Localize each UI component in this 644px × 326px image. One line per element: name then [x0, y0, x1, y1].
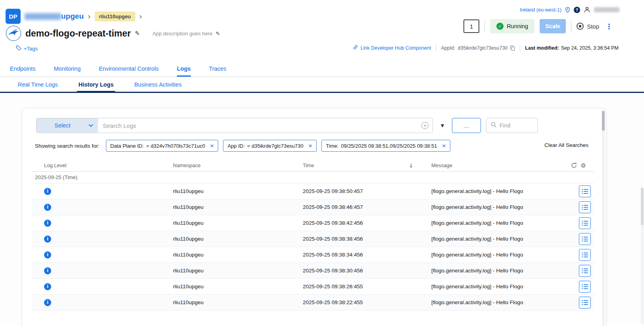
tab-traces[interactable]: Traces: [209, 60, 227, 77]
user-icon[interactable]: [584, 6, 590, 13]
log-table: Log Level Namespace Time ↓ Message ⚙ 202…: [32, 160, 594, 311]
tab-environmental-controls[interactable]: Environmental Controls: [99, 60, 159, 77]
add-tags-label: +Tags: [24, 46, 38, 52]
replica-count[interactable]: 1: [463, 19, 479, 33]
table-row[interactable]: i rliu110upgeu 2025-09-25 09:38:38:456 […: [32, 231, 594, 247]
filter-chip-data-plane-id: Data Plane ID: = d324v7h070ls73c71uc0 ✕: [106, 140, 219, 152]
table-row[interactable]: i rliu110upgeu 2025-09-25 09:38:50:457 […: [32, 183, 594, 199]
row-actions-cell: [560, 297, 594, 309]
log-level-cell: i: [32, 299, 161, 306]
remove-filter-icon[interactable]: ✕: [308, 143, 312, 149]
page-scrollbar[interactable]: [641, 187, 644, 324]
stop-button[interactable]: Stop: [577, 23, 599, 30]
table-row[interactable]: i rliu110upgeu 2025-09-25 09:38:22:455 […: [32, 295, 594, 311]
info-icon: i: [44, 299, 51, 306]
subtab-real-time-logs[interactable]: Real Time Logs: [18, 77, 58, 92]
link-dev-hub-label: Link Developer Hub Component: [361, 45, 431, 51]
search-field-select[interactable]: Select: [37, 118, 98, 133]
subtab-business-activities[interactable]: Business Activities: [134, 77, 181, 92]
table-header-actions: ⚙: [560, 162, 594, 169]
more-actions-menu[interactable]: ⋮: [604, 22, 614, 31]
info-icon: i: [44, 235, 51, 243]
page-title: demo-flogo-repeat-timer: [25, 28, 131, 39]
group-row-label: 2025-09-25 (Time): [32, 172, 594, 183]
row-actions-cell: [560, 233, 594, 245]
breadcrumb-dataplane-label[interactable]: upgeu: [61, 12, 84, 21]
log-level-cell: i: [32, 267, 161, 274]
time-cell: 2025-09-25 09:38:34:456: [290, 252, 419, 258]
help-icon[interactable]: ?: [574, 7, 580, 13]
link-icon: [353, 44, 358, 51]
namespace-cell: rliu110upgeu: [161, 220, 290, 226]
edit-description-icon[interactable]: ✎: [215, 31, 220, 37]
find-input[interactable]: [500, 122, 531, 129]
card-scrollbar[interactable]: [602, 110, 605, 326]
link-dev-hub[interactable]: Link Developer Hub Component: [353, 44, 431, 51]
table-header: Log Level Namespace Time ↓ Message ⚙: [32, 160, 594, 172]
add-tags-button[interactable]: +Tags: [16, 45, 38, 52]
row-details-button[interactable]: [579, 233, 591, 245]
tab-logs[interactable]: Logs: [177, 60, 191, 77]
table-row[interactable]: i rliu110upgeu 2025-09-25 09:38:46:457 […: [32, 199, 594, 215]
more-search-options-button[interactable]: ...: [452, 118, 481, 133]
refresh-icon[interactable]: [571, 162, 577, 168]
chip-field: Time:: [326, 143, 338, 149]
log-level-cell: i: [32, 235, 161, 243]
log-level-cell: i: [32, 283, 161, 290]
divider: [484, 20, 485, 32]
remove-filter-icon[interactable]: ✕: [442, 143, 446, 149]
remove-filter-icon[interactable]: ✕: [210, 143, 214, 149]
search-logs-input[interactable]: [98, 118, 421, 133]
message-cell: [flogo.general.activity.log] - Hello Flo…: [419, 252, 560, 258]
search-dropdown-caret[interactable]: ▼: [438, 123, 447, 128]
breadcrumb-dataplane[interactable]: upgeu: [25, 12, 84, 21]
row-details-button[interactable]: [579, 217, 591, 229]
column-namespace[interactable]: Namespace: [161, 162, 290, 168]
divider: [520, 45, 520, 51]
check-circle-icon: ✓: [496, 23, 504, 30]
column-log-level[interactable]: Log Level: [32, 162, 161, 168]
find-box: [486, 118, 538, 133]
chip-value: 09/25/2025 08:38:51,09/25/2025 09:38:51: [341, 143, 437, 149]
gear-icon[interactable]: ⚙: [581, 162, 586, 169]
card-scrollbar-thumb[interactable]: [602, 111, 605, 131]
message-cell: [flogo.general.activity.log] - Hello Flo…: [419, 299, 560, 305]
column-message[interactable]: Message: [419, 162, 560, 168]
table-row[interactable]: i rliu110upgeu 2025-09-25 09:38:30:456 […: [32, 263, 594, 279]
flogo-bird-icon: [6, 25, 21, 41]
tab-endpoints[interactable]: Endpoints: [10, 60, 36, 77]
table-row[interactable]: i rliu110upgeu 2025-09-25 09:38:26:455 […: [32, 279, 594, 295]
row-details-button[interactable]: [579, 201, 591, 213]
namespace-cell: rliu110upgeu: [161, 204, 290, 210]
row-details-button[interactable]: [579, 249, 591, 261]
row-details-button[interactable]: [579, 185, 591, 197]
info-icon: i: [44, 267, 51, 274]
namespace-cell: rliu110upgeu: [161, 236, 290, 242]
column-time[interactable]: Time ↓: [290, 162, 419, 169]
breadcrumb-namespace-tag[interactable]: rliu110upgeu: [95, 12, 135, 21]
message-cell: [flogo.general.activity.log] - Hello Flo…: [419, 284, 560, 289]
row-details-button[interactable]: [579, 281, 591, 293]
edit-title-icon[interactable]: ✎: [135, 30, 140, 37]
message-cell: [flogo.general.activity.log] - Hello Flo…: [419, 236, 560, 242]
clear-all-searches-button[interactable]: Clear All Searches: [544, 142, 588, 148]
scale-button[interactable]: Scale: [540, 19, 566, 33]
table-row[interactable]: i rliu110upgeu 2025-09-25 09:38:42:456 […: [32, 215, 594, 231]
table-row[interactable]: i rliu110upgeu 2025-09-25 09:38:34:456 […: [32, 247, 594, 263]
add-search-criteria-icon[interactable]: +: [421, 122, 429, 129]
message-cell: [flogo.general.activity.log] - Hello Flo…: [419, 220, 560, 226]
page-scrollbar-thumb[interactable]: [641, 187, 644, 225]
region-link[interactable]: Ireland (eu-west-1): [520, 7, 561, 13]
last-modified: Last modified: Sep 24, 2025, 3:36:54 PM: [525, 45, 619, 51]
row-actions-cell: [560, 201, 594, 213]
row-details-button[interactable]: [579, 265, 591, 277]
content-area: Select + ▼ ... Showing search results fo…: [0, 93, 644, 325]
sort-descending-icon[interactable]: ↓: [409, 162, 413, 169]
chevron-down-icon: [88, 124, 93, 127]
row-details-button[interactable]: [579, 297, 591, 309]
copy-icon[interactable]: [510, 45, 515, 51]
time-cell: 2025-09-25 09:38:26:455: [290, 284, 419, 289]
tab-monitoring[interactable]: Monitoring: [54, 60, 81, 77]
subtab-history-logs[interactable]: History Logs: [79, 77, 114, 92]
location-pin-icon[interactable]: [565, 7, 570, 13]
